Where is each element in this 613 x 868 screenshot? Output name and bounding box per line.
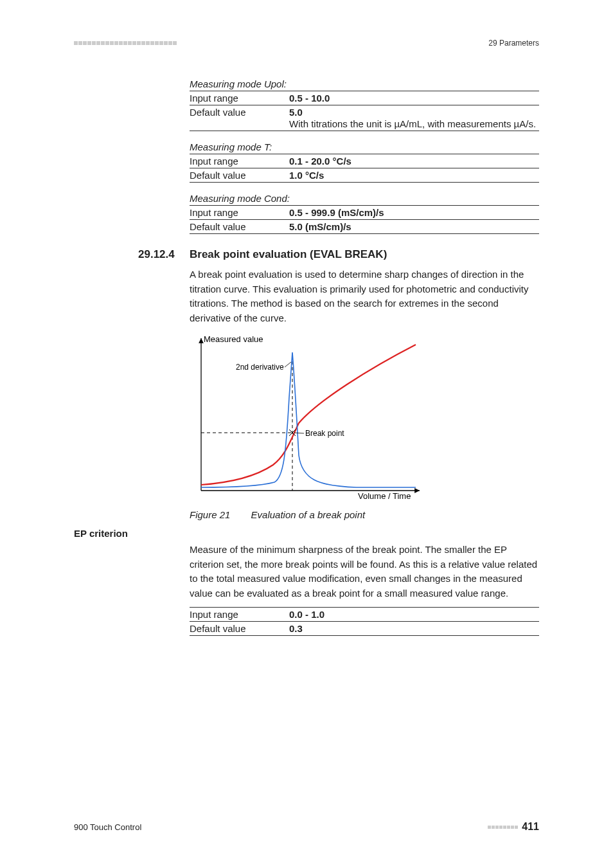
param-value: 0.1 - 20.0 °C/s bbox=[289, 156, 539, 167]
param-value: 1.0 °C/s bbox=[289, 170, 539, 181]
group-heading: Measuring mode Cond: bbox=[190, 193, 539, 204]
param-row: Input range 0.5 - 999.9 (mS/cm)/s bbox=[190, 205, 539, 219]
chart-point-label: Break point bbox=[305, 429, 344, 438]
param-value: 0.5 - 10.0 bbox=[289, 93, 539, 104]
ep-body: Measure of the minimum sharpness of the … bbox=[190, 543, 539, 601]
param-group-ep: Input range 0.0 - 1.0 Default value 0.3 bbox=[190, 607, 539, 636]
param-group-t: Measuring mode T: Input range 0.1 - 20.0… bbox=[190, 141, 539, 183]
header-decoration bbox=[74, 41, 177, 45]
param-group-upol: Measuring mode Upol: Input range 0.5 - 1… bbox=[190, 78, 539, 131]
ep-heading: EP criterion bbox=[74, 528, 539, 539]
param-row: Input range 0.5 - 10.0 bbox=[190, 91, 539, 105]
param-group-cond: Measuring mode Cond: Input range 0.5 - 9… bbox=[190, 193, 539, 234]
param-value: 0.5 - 999.9 (mS/cm)/s bbox=[289, 207, 539, 218]
param-label: Input range bbox=[190, 93, 289, 104]
param-label: Input range bbox=[190, 156, 289, 167]
chart-series-label: 2nd derivative bbox=[236, 363, 284, 372]
page-header: 29 Parameters bbox=[74, 39, 539, 48]
chart-caption: Figure 21 Evaluation of a break point bbox=[190, 509, 539, 520]
param-label: Input range bbox=[190, 609, 289, 620]
footer-product: 900 Touch Control bbox=[74, 822, 141, 832]
page-number: 411 bbox=[522, 821, 539, 833]
param-value: 5.0 (mS/cm)/s bbox=[289, 221, 539, 232]
section-intro: A break point evaluation is used to dete… bbox=[190, 267, 539, 325]
section-title: Break point evaluation (EVAL BREAK) bbox=[190, 248, 387, 261]
param-row: Input range 0.1 - 20.0 °C/s bbox=[190, 154, 539, 168]
param-label: Default value bbox=[190, 107, 289, 129]
param-row: Input range 0.0 - 1.0 bbox=[190, 607, 539, 621]
break-point-chart: Measured value Volume / Time 2nd derivat… bbox=[190, 333, 539, 520]
param-value: 0.3 bbox=[289, 623, 539, 634]
group-heading: Measuring mode T: bbox=[190, 141, 539, 152]
chart-x-label: Volume / Time bbox=[358, 491, 411, 501]
param-label: Default value bbox=[190, 170, 289, 181]
page-footer: 900 Touch Control 411 bbox=[74, 821, 539, 833]
param-label: Default value bbox=[190, 221, 289, 232]
svg-line-6 bbox=[285, 362, 291, 367]
param-row: Default value 1.0 °C/s bbox=[190, 168, 539, 183]
param-label: Input range bbox=[190, 207, 289, 218]
caption-label: Figure 21 bbox=[190, 509, 230, 520]
param-value: 5.0 With titrations the unit is µA/mL, w… bbox=[289, 107, 539, 129]
param-row: Default value 5.0 With titrations the un… bbox=[190, 105, 539, 131]
svg-line-7 bbox=[294, 433, 304, 433]
param-row: Default value 0.3 bbox=[190, 621, 539, 636]
caption-text: Evaluation of a break point bbox=[251, 509, 366, 520]
footer-decoration bbox=[488, 826, 518, 829]
param-value: 0.0 - 1.0 bbox=[289, 609, 539, 620]
chart-y-label: Measured value bbox=[204, 334, 263, 344]
param-row: Default value 5.0 (mS/cm)/s bbox=[190, 219, 539, 234]
param-value-text: 5.0 bbox=[289, 107, 303, 118]
section-number: 29.12.4 bbox=[138, 248, 190, 261]
section-heading: 29.12.4 Break point evaluation (EVAL BRE… bbox=[74, 248, 539, 261]
breadcrumb: 29 Parameters bbox=[488, 39, 539, 48]
param-note: With titrations the unit is µA/mL, with … bbox=[289, 118, 539, 129]
param-label: Default value bbox=[190, 623, 289, 634]
group-heading: Measuring mode Upol: bbox=[190, 78, 539, 89]
